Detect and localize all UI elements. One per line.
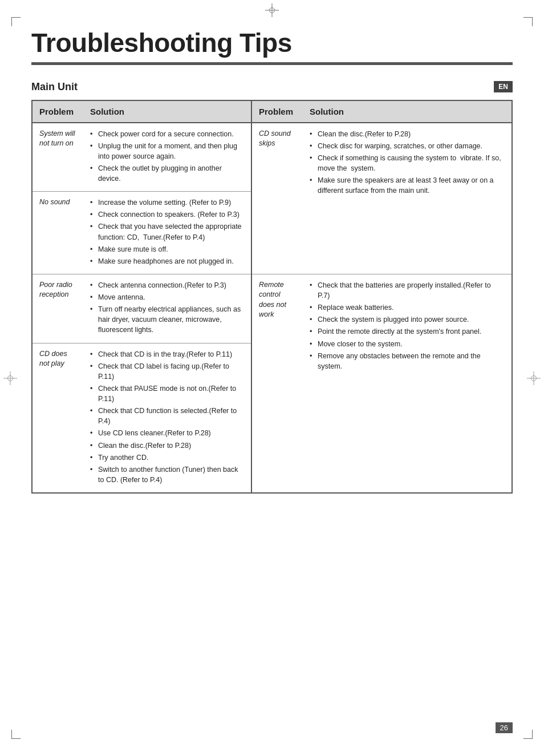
col4-header: Solution (303, 100, 512, 123)
list-item: Clean the disc.(Refer to P.28) (90, 440, 244, 451)
problem-cell: CD sound skips (251, 123, 303, 274)
col2-header: Solution (83, 100, 251, 123)
page-title: Troubleshooting Tips (31, 29, 513, 58)
crosshair-bottom (265, 3, 279, 17)
corner-mark-tl (11, 17, 23, 29)
list-item: Make sure headphones are not plugged in. (90, 256, 244, 266)
list-item: Increase the volume setting. (Refer to P… (90, 197, 244, 208)
list-item: Check connection to speakers. (Refer to … (90, 209, 244, 220)
section-heading: Main Unit EN (31, 81, 513, 93)
list-item: Check if something is causing the system… (310, 153, 505, 173)
problem-cell: System will not turn on (32, 123, 83, 192)
list-item: Check that PAUSE mode is not on.(Refer t… (90, 383, 244, 404)
problem-cell: Remote control does not work (251, 274, 303, 493)
list-item: Check the outlet by plugging in another … (90, 163, 244, 184)
list-item: Switch to another function (Tuner) then … (90, 464, 244, 485)
solution-cell: Check power cord for a secure connection… (83, 123, 251, 192)
list-item: Make sure mute is off. (90, 244, 244, 254)
table-row: System will not turn on Check power cord… (32, 123, 512, 192)
list-item: Remove any obstacles between the remote … (310, 351, 505, 371)
list-item: Check power cord for a secure connection… (90, 129, 244, 139)
troubleshoot-table: Problem Solution Problem Solution System… (31, 100, 513, 494)
list-item: Unplug the unit for a moment, and then p… (90, 141, 244, 161)
problem-cell: CD does not play (32, 343, 83, 493)
list-item: Move closer to the system. (310, 339, 505, 349)
table-row: Poor radio reception Check antenna conne… (32, 274, 512, 343)
page-number-container: 26 (496, 722, 513, 733)
list-item: Check that you have selected the appropr… (90, 221, 244, 242)
corner-mark-bl (11, 727, 23, 739)
problem-cell: No sound (32, 192, 83, 274)
col1-header: Problem (32, 100, 83, 123)
language-badge: EN (494, 81, 513, 92)
list-item: Check disc for warping, scratches, or ot… (310, 141, 505, 151)
page-content: Troubleshooting Tips Main Unit EN Proble… (0, 0, 544, 528)
list-item: Check that CD label is facing up.(Refer … (90, 361, 244, 382)
list-item: Turn off nearby electrical appliances, s… (90, 304, 244, 335)
solution-cell: Check that the batteries are properly in… (303, 274, 512, 493)
list-item: Use CD lens cleaner.(Refer to P.28) (90, 428, 244, 438)
solution-cell: Increase the volume setting. (Refer to P… (83, 192, 251, 274)
list-item: Make sure the speakers are at least 3 fe… (310, 175, 505, 196)
title-underline (31, 62, 513, 65)
list-item: Check that CD is in the tray.(Refer to P… (90, 349, 244, 359)
list-item: Clean the disc.(Refer to P.28) (310, 129, 505, 139)
list-item: Check antenna connection.(Refer to P.3) (90, 280, 244, 290)
list-item: Check that the batteries are properly in… (310, 280, 505, 301)
solution-cell: Check that CD is in the tray.(Refer to P… (83, 343, 251, 493)
section-title: Main Unit (31, 81, 78, 93)
crosshair-right (527, 371, 541, 385)
problem-cell: Poor radio reception (32, 274, 83, 343)
list-item: Point the remote directly at the system'… (310, 326, 505, 337)
crosshair-left (3, 371, 17, 385)
solution-cell: Clean the disc.(Refer to P.28) Check dis… (303, 123, 512, 274)
col3-header: Problem (251, 100, 303, 123)
list-item: Check the system is plugged into power s… (310, 314, 505, 325)
list-item: Try another CD. (90, 452, 244, 463)
solution-cell: Check antenna connection.(Refer to P.3) … (83, 274, 251, 343)
page-number: 26 (496, 722, 513, 733)
corner-mark-tr (521, 17, 533, 29)
list-item: Move antenna. (90, 292, 244, 302)
list-item: Check that CD function is selected.(Refe… (90, 406, 244, 426)
corner-mark-br (521, 727, 533, 739)
list-item: Replace weak batteries. (310, 302, 505, 313)
